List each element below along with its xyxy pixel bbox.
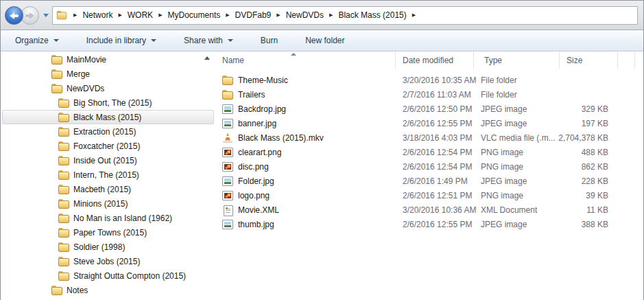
- sidebar-item-merge[interactable]: Merge: [2, 67, 214, 81]
- breadcrumb-segment-mydocuments[interactable]: MyDocuments: [167, 9, 222, 21]
- sidebar-item-foxcatcher-2015[interactable]: Foxcatcher (2015): [2, 139, 214, 153]
- breadcrumb-segment-newdvds[interactable]: NewDVDs: [285, 9, 324, 21]
- file-name: Movie.XML: [238, 205, 279, 215]
- sidebar-item-intern-the-2015[interactable]: Intern, The (2015): [2, 168, 214, 182]
- sidebar-item-no-man-is-an-island-1962[interactable]: No Man is an Island (1962): [2, 211, 214, 225]
- sidebar-item-extraction-2015[interactable]: Extraction (2015): [2, 124, 214, 139]
- xml-icon: [222, 205, 233, 215]
- table-row[interactable]: logo.png2/6/2016 12:51 PMPNG image39 KB: [215, 188, 643, 203]
- folder-icon: [58, 141, 69, 151]
- sidebar-item-label: Inside Out (2015): [73, 156, 137, 165]
- sidebar-item-big-short-the-2015[interactable]: Big Short, The (2015): [2, 95, 214, 110]
- sidebar-item-newdvds[interactable]: NewDVDs: [2, 81, 214, 95]
- sidebar-item-macbeth-2015[interactable]: Macbeth (2015): [2, 182, 214, 196]
- sidebar-item-partial[interactable]: [2, 297, 214, 299]
- vlc-icon: [222, 133, 233, 143]
- sidebar-item-minions-2015[interactable]: Minions (2015): [2, 196, 214, 211]
- sidebar-item-paper-towns-2015[interactable]: Paper Towns (2015): [2, 225, 214, 240]
- file-name-cell: disc.png: [215, 162, 396, 172]
- file-size: 228 KB: [560, 176, 618, 186]
- sidebar-item-label: MainMovie: [67, 55, 106, 65]
- table-row[interactable]: Trailers2/7/2016 11:03 AMFile folder: [215, 87, 643, 102]
- file-name: logo.png: [238, 191, 270, 200]
- column-header-label: Type: [484, 56, 502, 65]
- file-name-cell: banner.jpg: [215, 119, 396, 128]
- sidebar-item-label: Paper Towns (2015): [73, 228, 147, 238]
- list-header: NameDate modifiedTypeSize: [215, 51, 643, 69]
- sidebar-item-label: Straight Outta Compton (2015): [73, 271, 186, 281]
- file-name-cell: Black Mass (2015).mkv: [215, 133, 396, 143]
- sidebar-item-steve-jobs-2015[interactable]: Steve Jobs (2015): [2, 254, 214, 268]
- file-name: Trailers: [238, 90, 265, 100]
- back-button[interactable]: [5, 6, 23, 25]
- column-header-name[interactable]: Name: [215, 51, 396, 69]
- file-name-cell: Trailers: [215, 90, 396, 100]
- folder-icon: [58, 170, 69, 180]
- table-row[interactable]: Black Mass (2015).mkv3/18/2016 4:03 PMVL…: [215, 130, 643, 145]
- file-size: 39 KB: [560, 191, 618, 200]
- back-arrow-icon: [10, 12, 14, 19]
- file-type: JPEG image: [474, 119, 560, 128]
- folder-icon: [51, 55, 62, 65]
- table-row[interactable]: Backdrop.jpg2/6/2016 12:50 PMJPEG image3…: [215, 102, 643, 116]
- toolbar-button-organize[interactable]: Organize: [6, 33, 68, 48]
- table-row[interactable]: Movie.XML3/20/2016 10:36 AMXML Document1…: [215, 203, 643, 217]
- forward-button[interactable]: [21, 6, 39, 25]
- column-header-size[interactable]: Size: [560, 51, 618, 69]
- breadcrumb-separator-icon: ▶: [221, 12, 234, 18]
- file-name: Theme-Music: [238, 76, 288, 85]
- folder-icon: [58, 257, 69, 266]
- table-row[interactable]: disc.png2/6/2016 12:54 PMPNG image862 KB: [215, 159, 643, 174]
- breadcrumb-segment-dvdfab9[interactable]: DVDFab9: [235, 9, 272, 21]
- sidebar-item-black-mass-2015[interactable]: Black Mass (2015): [2, 110, 214, 124]
- file-date: 2/7/2016 11:03 AM: [396, 90, 474, 100]
- sidebar-item-label: Macbeth (2015): [73, 185, 131, 194]
- breadcrumb-segment-network[interactable]: Network: [82, 9, 113, 21]
- breadcrumb: ▶Network▶WORK▶MyDocuments▶DVDFab9▶NewDVD…: [69, 9, 420, 21]
- command-toolbar: OrganizeInclude in libraryShare withBurn…: [1, 30, 643, 51]
- column-header-filler: [618, 51, 635, 69]
- table-row[interactable]: Theme-Music3/20/2016 10:35 AMFile folder: [215, 73, 643, 87]
- scrollbar-up-arrow-icon[interactable]: [204, 56, 210, 60]
- chevron-down-icon: [53, 39, 59, 42]
- file-date: 2/6/2016 1:49 PM: [396, 176, 474, 186]
- folder-icon: [51, 69, 62, 79]
- toolbar-button-label: New folder: [305, 36, 344, 45]
- folder-icon: [58, 185, 69, 194]
- sidebar-item-notes[interactable]: Notes: [2, 283, 214, 297]
- column-header-date[interactable]: Date modified: [396, 51, 474, 69]
- file-name-cell: logo.png: [215, 191, 396, 200]
- sidebar-item-straight-outta-compton-2015[interactable]: Straight Outta Compton (2015): [2, 268, 214, 283]
- toolbar-button-label: Share with: [184, 36, 223, 45]
- navigation-bar: ▶Network▶WORK▶MyDocuments▶DVDFab9▶NewDVD…: [1, 1, 643, 30]
- recent-pages-dropdown-icon[interactable]: [43, 14, 49, 17]
- breadcrumb-segment-black-mass-2015[interactable]: Black Mass (2015): [337, 9, 407, 21]
- file-date: 2/6/2016 12:55 PM: [396, 119, 474, 128]
- file-name: clearart.png: [238, 148, 281, 157]
- folder-icon: [58, 156, 69, 165]
- toolbar-button-share-with[interactable]: Share with: [175, 33, 242, 48]
- table-row[interactable]: banner.jpg2/6/2016 12:55 PMJPEG image197…: [215, 116, 643, 130]
- sidebar-item-label: Soldier (1998): [73, 242, 125, 252]
- sidebar-item-inside-out-2015[interactable]: Inside Out (2015): [2, 153, 214, 168]
- toolbar-button-include-in-library[interactable]: Include in library: [77, 33, 165, 48]
- file-type: JPEG image: [474, 220, 560, 229]
- folder-icon: [58, 271, 69, 281]
- folder-icon: [58, 214, 69, 223]
- chevron-down-icon: [228, 39, 233, 42]
- toolbar-button-burn[interactable]: Burn: [252, 33, 287, 48]
- sidebar-item-label: Foxcatcher (2015): [73, 141, 140, 151]
- sidebar-item-soldier-1998[interactable]: Soldier (1998): [2, 240, 214, 254]
- breadcrumb-segment-work[interactable]: WORK: [127, 9, 154, 21]
- folder-icon: [58, 127, 69, 137]
- breadcrumb-separator-icon: ▶: [154, 12, 167, 18]
- toolbar-button-new-folder[interactable]: New folder: [296, 33, 353, 48]
- sidebar-item-mainmovie[interactable]: MainMovie: [2, 52, 214, 67]
- table-row[interactable]: thumb.jpg2/6/2016 12:55 PMJPEG image388 …: [215, 217, 643, 231]
- column-header-label: Name: [222, 56, 244, 65]
- table-row[interactable]: clearart.png2/6/2016 12:54 PMPNG image48…: [215, 145, 643, 159]
- sidebar-item-label: Steve Jobs (2015): [73, 257, 140, 266]
- address-bar[interactable]: ▶Network▶WORK▶MyDocuments▶DVDFab9▶NewDVD…: [52, 6, 638, 25]
- table-row[interactable]: Folder.jpg2/6/2016 1:49 PMJPEG image228 …: [215, 174, 643, 188]
- column-header-type[interactable]: Type: [474, 51, 560, 69]
